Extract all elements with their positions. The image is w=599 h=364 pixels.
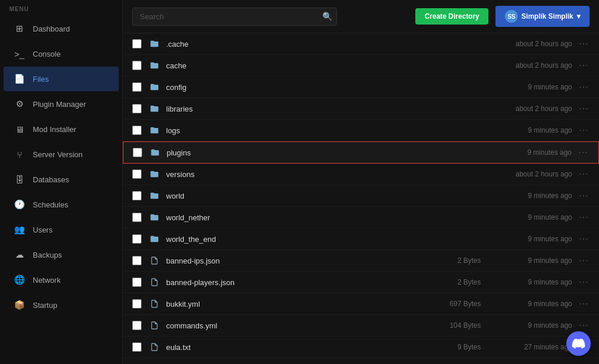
file-date: 9 minutes ago (490, 278, 572, 286)
table-row[interactable]: commands.yml 104 Bytes 9 minutes ago ··· (123, 315, 599, 337)
table-row[interactable]: versions about 2 hours ago ··· (123, 164, 599, 185)
file-menu-button[interactable]: ··· (578, 234, 590, 244)
table-row[interactable]: banned-players.json 2 Bytes 9 minutes ag… (123, 272, 599, 293)
startup-icon: 📦 (13, 299, 26, 311)
file-checkbox[interactable] (132, 104, 142, 113)
discord-button[interactable] (566, 331, 591, 356)
sidebar-item-label: Console (33, 50, 61, 58)
file-menu-button[interactable]: ··· (578, 60, 590, 71)
file-date: 9 minutes ago (490, 235, 572, 243)
sidebar-item-label: Mod Installer (33, 125, 76, 134)
sidebar-item-backups[interactable]: ☁ Backups (4, 242, 119, 267)
file-menu-button[interactable]: ··· (578, 169, 590, 179)
table-row[interactable]: logs 9 minutes ago ··· (123, 120, 599, 141)
sidebar-item-startup[interactable]: 📦 Startup (4, 293, 119, 317)
file-checkbox[interactable] (132, 191, 142, 200)
folder-icon (149, 60, 160, 71)
file-name: world_the_end (166, 235, 428, 244)
file-menu-button[interactable]: ··· (578, 277, 590, 287)
file-icon (149, 255, 160, 266)
file-date: 27 minutes ago (490, 343, 572, 351)
file-menu-button[interactable]: ··· (578, 125, 590, 136)
folder-icon (149, 190, 160, 202)
file-name: banned-players.json (166, 278, 428, 287)
main-content: 🔍 Create Directory SS Simplik Simplik ▾ … (123, 0, 599, 364)
sidebar-item-server-version[interactable]: ⑂ Server Version (4, 142, 119, 167)
file-checkbox[interactable] (132, 299, 142, 308)
file-menu-button[interactable]: ··· (577, 147, 589, 158)
file-icon (149, 320, 160, 331)
sidebar-item-network[interactable]: 🌐 Network (4, 268, 119, 292)
sidebar-item-label: Startup (33, 301, 57, 310)
user-menu-button[interactable]: SS Simplik Simplik ▾ (495, 6, 590, 27)
folder-icon (149, 81, 160, 93)
folder-icon (149, 103, 160, 115)
topbar: 🔍 Create Directory SS Simplik Simplik ▾ (123, 0, 599, 33)
table-row[interactable]: config 9 minutes ago ··· (123, 77, 599, 98)
avatar: SS (505, 10, 518, 23)
file-menu-button[interactable]: ··· (578, 320, 590, 331)
folder-icon (149, 212, 160, 223)
dashboard-icon: ⊞ (13, 22, 26, 35)
file-menu-button[interactable]: ··· (578, 39, 590, 49)
file-checkbox[interactable] (132, 169, 142, 179)
sidebar-item-databases[interactable]: 🗄 Databases (4, 167, 119, 192)
file-date: 9 minutes ago (490, 192, 572, 200)
search-input[interactable] (132, 8, 337, 26)
file-name: banned-ips.json (166, 256, 428, 265)
schedules-icon: 🕐 (13, 198, 26, 211)
file-menu-button[interactable]: ··· (578, 212, 590, 223)
sidebar-item-mod-installer[interactable]: 🖥 Mod Installer (4, 117, 119, 141)
table-row[interactable]: .cache about 2 hours ago ··· (123, 33, 599, 55)
sidebar-item-plugin-manager[interactable]: ⚙ Plugin Manager (4, 92, 119, 116)
sidebar: MENU ⊞ Dashboard >_ Console 📄 Files ⚙ Pl… (0, 0, 123, 364)
file-menu-button[interactable]: ··· (578, 299, 590, 309)
file-size: 697 Bytes (428, 300, 481, 308)
folder-icon (149, 38, 160, 50)
file-menu-button[interactable]: ··· (578, 82, 590, 92)
create-directory-button[interactable]: Create Directory (415, 8, 488, 25)
file-checkbox[interactable] (132, 61, 142, 70)
file-checkbox[interactable] (132, 39, 142, 48)
file-menu-button[interactable]: ··· (578, 190, 590, 201)
file-name: .cache (166, 40, 428, 48)
file-icon (149, 276, 160, 288)
folder-icon (149, 168, 160, 180)
file-checkbox[interactable] (132, 256, 142, 265)
table-row[interactable]: plugins 9 minutes ago ··· (123, 141, 599, 164)
sidebar-item-files[interactable]: 📄 Files (4, 67, 119, 91)
file-date: 9 minutes ago (490, 83, 572, 91)
file-checkbox[interactable] (132, 82, 142, 92)
table-row[interactable]: world_the_end 9 minutes ago ··· (123, 228, 599, 250)
sidebar-item-schedules[interactable]: 🕐 Schedules (4, 192, 119, 217)
file-checkbox[interactable] (132, 321, 142, 330)
file-menu-button[interactable]: ··· (578, 255, 590, 266)
file-name: libraries (166, 105, 428, 113)
table-row[interactable]: libraries about 2 hours ago ··· (123, 98, 599, 120)
table-row[interactable]: bukkit.yml 697 Bytes 9 minutes ago ··· (123, 293, 599, 315)
sidebar-item-users[interactable]: 👥 Users (4, 217, 119, 242)
file-date: about 2 hours ago (490, 40, 572, 48)
sidebar-item-dashboard[interactable]: ⊞ Dashboard (4, 16, 119, 41)
mod-installer-icon: 🖥 (13, 123, 26, 136)
file-checkbox[interactable] (133, 148, 142, 157)
file-checkbox[interactable] (132, 234, 142, 244)
file-checkbox[interactable] (132, 213, 142, 222)
users-icon: 👥 (13, 223, 26, 236)
table-row[interactable]: banned-ips.json 2 Bytes 9 minutes ago ··… (123, 250, 599, 272)
console-icon: >_ (13, 47, 26, 60)
file-checkbox[interactable] (132, 342, 142, 352)
folder-icon (149, 233, 160, 245)
table-row[interactable]: cache about 2 hours ago ··· (123, 55, 599, 77)
file-date: 9 minutes ago (490, 300, 572, 308)
table-row[interactable]: world_nether 9 minutes ago ··· (123, 207, 599, 228)
file-menu-button[interactable]: ··· (578, 103, 590, 114)
plugin-manager-icon: ⚙ (13, 98, 26, 110)
file-checkbox[interactable] (132, 278, 142, 287)
search-button[interactable]: 🔍 (322, 12, 332, 21)
table-row[interactable]: eula.txt 9 Bytes 27 minutes ago ··· (123, 337, 599, 358)
sidebar-item-console[interactable]: >_ Console (4, 41, 119, 66)
file-checkbox[interactable] (132, 126, 142, 135)
menu-label: MENU (0, 0, 122, 16)
table-row[interactable]: world 9 minutes ago ··· (123, 185, 599, 207)
